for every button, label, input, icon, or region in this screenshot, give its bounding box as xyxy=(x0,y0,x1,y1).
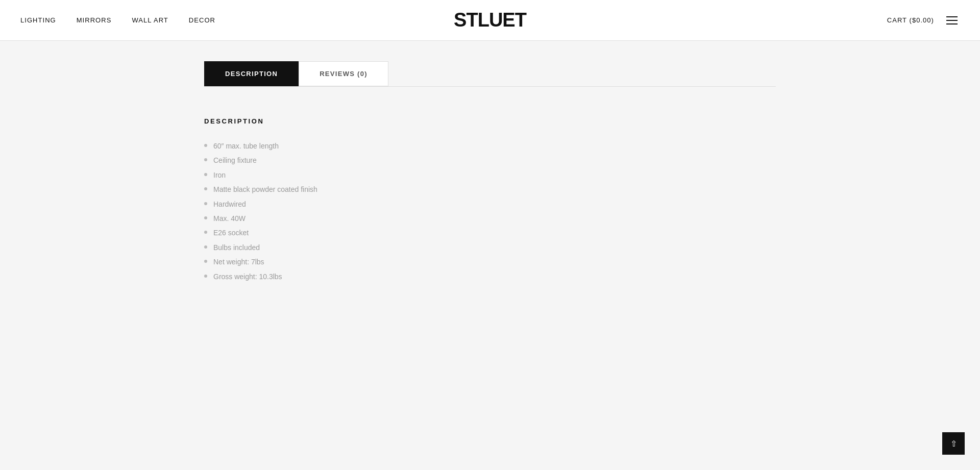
description-list: 60″ max. tube lengthCeiling fixtureIronM… xyxy=(204,140,776,282)
nav-lighting[interactable]: LIGHTING xyxy=(20,16,56,24)
hamburger-line-2 xyxy=(946,20,958,21)
list-item: E26 socket xyxy=(204,227,776,238)
tab-description[interactable]: DESCRIPTION xyxy=(204,61,299,86)
description-section: DESCRIPTION 60″ max. tube lengthCeiling … xyxy=(204,112,776,282)
nav-mirrors[interactable]: MIRRORS xyxy=(77,16,112,24)
list-item: Bulbs included xyxy=(204,242,776,253)
list-item: Gross weight: 10.3lbs xyxy=(204,271,776,282)
hamburger-menu[interactable] xyxy=(944,14,960,27)
header: LIGHTING MIRRORS WALL ART DECOR STLUET C… xyxy=(0,0,980,41)
site-logo[interactable]: STLUET xyxy=(454,9,526,31)
hamburger-line-1 xyxy=(946,16,958,17)
list-item: Matte black powder coated finish xyxy=(204,184,776,195)
tab-reviews[interactable]: REVIEWS (0) xyxy=(299,61,388,86)
list-item: 60″ max. tube length xyxy=(204,140,776,152)
nav-decor[interactable]: DECOR xyxy=(189,16,215,24)
nav-wall-art[interactable]: WALL ART xyxy=(132,16,168,24)
list-item: Ceiling fixture xyxy=(204,155,776,166)
cart-link[interactable]: CART ($0.00) xyxy=(887,16,934,24)
hamburger-line-3 xyxy=(946,23,958,24)
description-title: DESCRIPTION xyxy=(204,117,776,125)
left-nav: LIGHTING MIRRORS WALL ART DECOR xyxy=(20,16,215,24)
list-item: Iron xyxy=(204,169,776,181)
list-item: Hardwired xyxy=(204,199,776,210)
tab-bar: DESCRIPTION REVIEWS (0) xyxy=(204,61,776,87)
list-item: Max. 40W xyxy=(204,213,776,224)
list-item: Net weight: 7lbs xyxy=(204,256,776,267)
main-content: DESCRIPTION REVIEWS (0) DESCRIPTION 60″ … xyxy=(184,41,796,316)
cart-amount: ($0.00) xyxy=(910,16,934,24)
right-nav: CART ($0.00) xyxy=(887,14,960,27)
cart-label: CART xyxy=(887,16,907,24)
